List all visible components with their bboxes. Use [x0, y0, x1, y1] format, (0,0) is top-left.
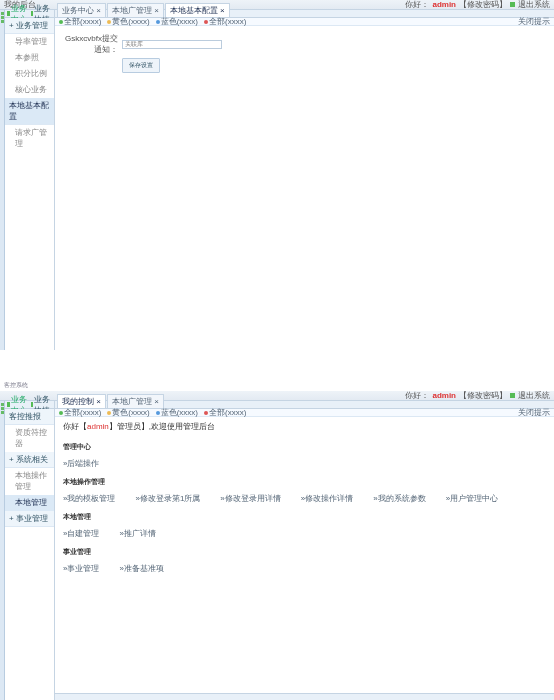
welcome-text: 你好【admin】管理员】,欢迎使用管理后台 [63, 421, 546, 432]
sidebar-item[interactable]: 客控推报 [5, 409, 54, 425]
current-user: admin [432, 391, 456, 400]
nav-link[interactable]: »我的模板管理 [63, 493, 115, 504]
toolbar: 全部(xxxx)黄色(xxxx)蓝色(xxxx)全部(xxxx) 关闭提示 [55, 18, 554, 26]
footer-bar [55, 693, 554, 700]
sidebar-item[interactable]: 积分比例 [5, 66, 54, 82]
sidebar-item[interactable]: 核心业务 [5, 82, 54, 98]
link-row: »我的模板管理»修改登录第1所属»修改登录用详情»修改操作详情»我的系统参数»用… [63, 491, 546, 506]
status-icon [510, 2, 515, 7]
link-row: »事业管理»准备基准项 [63, 561, 546, 576]
tab[interactable]: 本地广管理 × [107, 394, 164, 408]
section-title: 事业管理 [63, 547, 546, 557]
content-area: 你好【admin】管理员】,欢迎使用管理后台 管理中心»后端操作本地操作管理»我… [55, 417, 554, 700]
sidebar-item[interactable]: + 系统相关 [5, 452, 54, 468]
content-area: Gskxcvbfx提交通知： 保存设置 [55, 26, 554, 350]
nav-link[interactable]: »事业管理 [63, 563, 99, 574]
section-title: 管理中心 [63, 442, 546, 452]
section-title: 本地操作管理 [63, 477, 546, 487]
nav-link[interactable]: »自建管理 [63, 528, 99, 539]
sidebar-item[interactable]: 本地管理 [5, 495, 54, 511]
section-title: 本地管理 [63, 512, 546, 522]
tab[interactable]: 我的控制 × [57, 394, 106, 408]
sidebar-item[interactable]: 导率管理 [5, 34, 54, 50]
square-icon [7, 11, 10, 16]
sidebar-item[interactable]: 本参照 [5, 50, 54, 66]
toolbar: 全部(xxxx)黄色(xxxx)蓝色(xxxx)全部(xxxx) 关闭提示 [55, 409, 554, 417]
sidebar: 业务中心 业务快捷 客控推报资质符控器+ 系统相关本地操作管理本地管理+ 事业管… [5, 401, 55, 700]
nav-link[interactable]: »修改登录用详情 [220, 493, 280, 504]
sidebar-item[interactable]: 请求广管理 [5, 125, 54, 152]
save-button[interactable]: 保存设置 [122, 58, 160, 73]
nav-link[interactable]: »准备基准项 [119, 563, 163, 574]
sidebar: 业务中心 业务快捷 + 业务管理导率管理本参照积分比例核心业务本地基本配置请求广… [5, 10, 55, 350]
user-greeting: 你好： [405, 0, 429, 10]
link-row: »自建管理»推广详情 [63, 526, 546, 541]
nav-link[interactable]: »用户管理中心 [446, 493, 498, 504]
tab[interactable]: 本地基本配置 × [165, 3, 230, 17]
nav-link[interactable]: »修改登录第1所属 [135, 493, 200, 504]
logout-link[interactable]: 退出系统 [518, 0, 550, 10]
assoc-input[interactable] [122, 40, 222, 49]
tab[interactable]: 本地广管理 × [107, 3, 164, 17]
sidebar-item[interactable]: 本地基本配置 [5, 98, 54, 125]
logout-link[interactable]: 退出系统 [518, 390, 550, 401]
nav-link[interactable]: »后端操作 [63, 458, 99, 469]
square-icon [7, 402, 10, 407]
main-panel: 业务中心 ×本地广管理 ×本地基本配置 × 全部(xxxx)黄色(xxxx)蓝色… [55, 10, 554, 350]
square-icon [31, 11, 34, 16]
user-greeting: 你好： [405, 390, 429, 401]
current-user: admin [432, 0, 456, 9]
sidebar-tabs: 业务中心 业务快捷 [5, 401, 54, 409]
nav-link[interactable]: »修改操作详情 [301, 493, 353, 504]
tab[interactable]: 业务中心 × [57, 3, 106, 17]
app-window-1: 我的后台 你好： admin 【修改密码】 退出系统 业务中心 业务快捷 + 业… [0, 0, 554, 350]
status-icon [510, 393, 515, 398]
change-password-link[interactable]: 【修改密码】 [459, 390, 507, 401]
app-window-2: 客控系统 你好： admin 【修改密码】 退出系统 业务中心 业务快捷 客控推… [0, 380, 554, 700]
change-password-link[interactable]: 【修改密码】 [459, 0, 507, 10]
sidebar-menu: 客控推报资质符控器+ 系统相关本地操作管理本地管理+ 事业管理 [5, 409, 54, 700]
square-icon [31, 402, 34, 407]
nav-link[interactable]: »推广详情 [119, 528, 155, 539]
form-label: Gskxcvbfx提交通知： [63, 33, 118, 55]
sidebar-tabs: 业务中心 业务快捷 [5, 10, 54, 18]
sidebar-item[interactable]: + 事业管理 [5, 511, 54, 527]
sidebar-item[interactable]: 本地操作管理 [5, 468, 54, 495]
sidebar-menu: + 业务管理导率管理本参照积分比例核心业务本地基本配置请求广管理 [5, 18, 54, 350]
nav-link[interactable]: »我的系统参数 [373, 493, 425, 504]
sidebar-item[interactable]: 资质符控器 [5, 425, 54, 452]
main-panel: 我的控制 ×本地广管理 × 全部(xxxx)黄色(xxxx)蓝色(xxxx)全部… [55, 401, 554, 700]
link-row: »后端操作 [63, 456, 546, 471]
sidebar-item[interactable]: + 业务管理 [5, 18, 54, 34]
